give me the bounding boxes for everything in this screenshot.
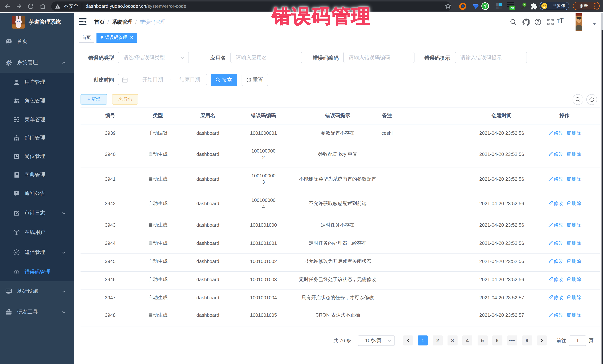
svg-text:on: on bbox=[510, 7, 514, 10]
